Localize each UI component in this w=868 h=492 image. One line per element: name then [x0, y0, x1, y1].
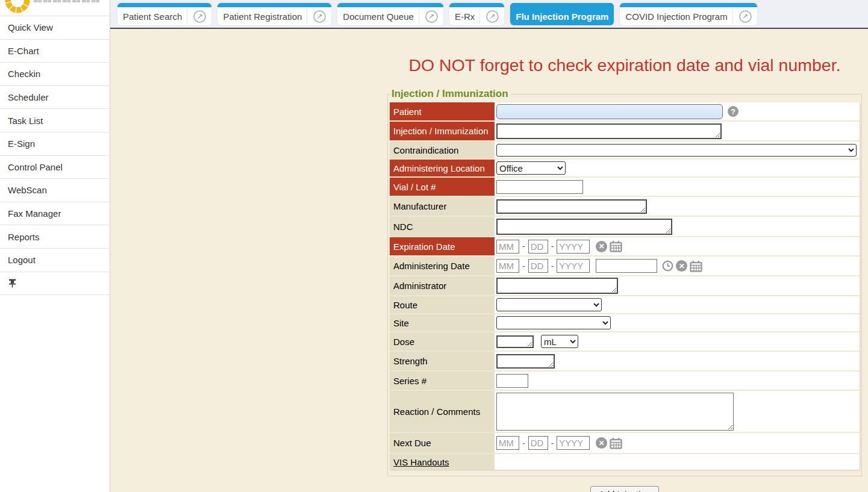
- next-due-day-input[interactable]: [528, 436, 548, 450]
- clock-icon[interactable]: [662, 260, 673, 272]
- tab-document-queue[interactable]: Document Queue ↗: [337, 3, 443, 25]
- field-label-vis-handouts: VIS Handouts: [390, 454, 495, 470]
- row-ndc: NDC: [390, 217, 860, 236]
- administrator-textarea[interactable]: [496, 278, 618, 294]
- content-area: DO NOT forget to check expiration date a…: [110, 29, 868, 492]
- sidebar-item-reports[interactable]: Reports: [0, 225, 110, 249]
- tab-top-strip: [510, 3, 614, 7]
- dose-textarea[interactable]: [496, 335, 534, 348]
- administering-month-input[interactable]: [496, 259, 519, 273]
- row-vial-lot: Vial / Lot #: [390, 178, 860, 196]
- expiration-day-input[interactable]: [528, 240, 548, 254]
- sidebar-item-e-chart[interactable]: E-Chart: [0, 40, 110, 63]
- app-root: Quick View E-Chart Checkin Scheduler Tas…: [0, 0, 868, 492]
- tab-label: Patient Registration: [223, 11, 302, 22]
- tab-divider: [732, 8, 733, 24]
- sun-gear-logo-icon: [4, 0, 31, 14]
- tab-label: COVID Injection Program: [625, 11, 727, 22]
- clear-icon[interactable]: ✕: [596, 437, 607, 449]
- injection-immunization-textarea[interactable]: [496, 123, 722, 139]
- tab-flu-injection-program[interactable]: Flu Injection Program: [510, 3, 614, 25]
- tab-patient-search[interactable]: Patient Search ↗: [117, 3, 211, 25]
- sidebar-item-fax-manager[interactable]: Fax Manager: [0, 202, 110, 226]
- site-select[interactable]: [496, 316, 611, 329]
- field-label-strength: Strength: [390, 352, 495, 370]
- clear-icon[interactable]: ✕: [596, 241, 607, 252]
- help-icon[interactable]: ?: [728, 106, 738, 117]
- tab-top-strip: [217, 3, 331, 7]
- strength-textarea[interactable]: [496, 354, 555, 369]
- popout-arrow-icon[interactable]: ↗: [425, 10, 438, 23]
- row-manufacturer: Manufacturer: [390, 197, 860, 216]
- tab-covid-injection-program[interactable]: COVID Injection Program ↗: [620, 3, 757, 25]
- field-label-patient: Patient: [390, 102, 495, 120]
- injection-fieldset: Injection / Immunization Patient ?: [387, 88, 862, 476]
- next-due-year-input[interactable]: [557, 436, 590, 450]
- tab-bar: Patient Search ↗ Patient Registration ↗ …: [110, 0, 868, 29]
- row-administering-location: Administering Location Office: [390, 160, 860, 176]
- field-label-expiration-date: Expiration Date: [390, 237, 495, 255]
- field-label-administering-location: Administering Location: [390, 160, 495, 176]
- popout-arrow-icon[interactable]: ↗: [313, 10, 326, 23]
- ndc-textarea[interactable]: [496, 219, 672, 235]
- contraindication-select[interactable]: [496, 144, 857, 157]
- row-expiration-date: Expiration Date - - ✕: [390, 237, 860, 255]
- pin-icon[interactable]: [8, 279, 16, 288]
- tab-e-rx[interactable]: E-Rx ↗: [449, 3, 504, 25]
- sidebar-item-checkin[interactable]: Checkin: [0, 63, 110, 86]
- dose-unit-select[interactable]: mL: [541, 335, 578, 348]
- clear-icon[interactable]: ✕: [676, 260, 687, 272]
- logo-area: [0, 0, 110, 16]
- sidebar-item-quick-view[interactable]: Quick View: [0, 16, 110, 40]
- series-input[interactable]: [496, 374, 528, 388]
- date-separator: -: [551, 261, 554, 271]
- row-administrator: Administrator: [390, 276, 860, 295]
- date-separator: -: [551, 241, 554, 251]
- calendar-icon[interactable]: [690, 260, 702, 272]
- tab-divider: [419, 8, 419, 24]
- calendar-icon[interactable]: [610, 437, 622, 449]
- form-wrapper: DO NOT forget to check expiration date a…: [387, 55, 862, 492]
- sidebar-item-webscan[interactable]: WebScan: [0, 179, 110, 202]
- row-contraindication: Contraindication: [390, 142, 860, 158]
- row-route: Route: [390, 296, 860, 313]
- expiration-month-input[interactable]: [496, 240, 519, 254]
- sidebar-pin-row[interactable]: [0, 272, 110, 295]
- popout-arrow-icon[interactable]: ↗: [739, 10, 752, 23]
- calendar-icon[interactable]: [610, 240, 622, 252]
- add-injection-button[interactable]: Add Injection: [590, 486, 660, 492]
- field-label-administrator: Administrator: [390, 276, 495, 295]
- sidebar-item-e-sign[interactable]: E-Sign: [0, 132, 110, 156]
- field-label-injection-immunization: Injection / Immunization: [390, 122, 495, 140]
- popout-arrow-icon[interactable]: ↗: [193, 10, 206, 23]
- route-select[interactable]: [496, 298, 602, 311]
- field-label-manufacturer: Manufacturer: [390, 197, 495, 216]
- next-due-month-input[interactable]: [496, 436, 519, 450]
- row-administering-date: Administering Date - -: [390, 257, 860, 275]
- vis-handouts-link[interactable]: VIS Handouts: [393, 457, 449, 467]
- sidebar-item-control-panel[interactable]: Control Panel: [0, 156, 110, 179]
- logo-text-clipped: [34, 0, 100, 2]
- tab-patient-registration[interactable]: Patient Registration ↗: [217, 3, 331, 25]
- patient-input[interactable]: [496, 104, 723, 119]
- popout-arrow-icon[interactable]: ↗: [486, 10, 499, 23]
- sidebar-item-logout[interactable]: Logout: [0, 249, 110, 272]
- administering-day-input[interactable]: [528, 259, 548, 273]
- tab-label: Flu Injection Program: [516, 11, 608, 22]
- tab-divider: [307, 8, 307, 24]
- field-label-ndc: NDC: [390, 217, 495, 236]
- field-label-series: Series #: [390, 372, 495, 390]
- administering-year-input[interactable]: [557, 259, 590, 273]
- injection-form-table: Patient ? Injection / Immunization: [390, 102, 860, 470]
- field-label-route: Route: [390, 296, 495, 313]
- manufacturer-textarea[interactable]: [496, 199, 647, 214]
- vial-lot-input[interactable]: [496, 180, 583, 194]
- sidebar: Quick View E-Chart Checkin Scheduler Tas…: [0, 0, 110, 492]
- reaction-comments-textarea[interactable]: [496, 393, 734, 431]
- field-label-reaction-comments: Reaction / Comments: [390, 391, 495, 432]
- administering-location-select[interactable]: Office: [496, 161, 566, 175]
- administering-time-input[interactable]: [596, 259, 657, 273]
- sidebar-item-task-list[interactable]: Task List: [0, 109, 110, 132]
- sidebar-item-scheduler[interactable]: Scheduler: [0, 86, 110, 110]
- expiration-year-input[interactable]: [557, 240, 590, 254]
